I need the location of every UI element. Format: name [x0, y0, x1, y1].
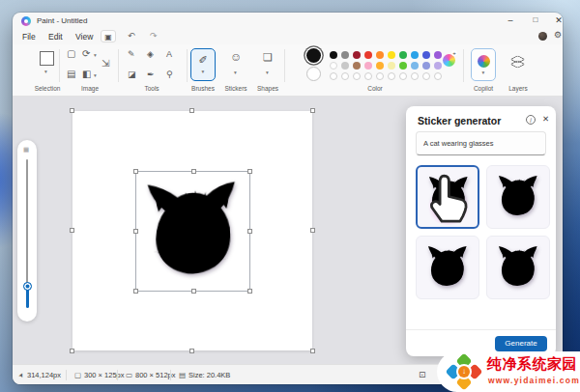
eyedropper-icon[interactable]: ✒ — [147, 70, 155, 79]
color-swatch[interactable] — [399, 62, 407, 70]
image-thumbnail-icon[interactable]: ▤ — [67, 70, 75, 79]
title-bar[interactable]: Paint - Untitled – □ ✕ — [13, 13, 563, 28]
brushes-button[interactable]: ✐ ▾ — [190, 48, 216, 81]
resize-icon[interactable]: ⇲ — [102, 59, 109, 69]
selection-handle[interactable] — [247, 169, 252, 174]
color-swatch[interactable] — [341, 51, 349, 59]
color-swatch[interactable] — [353, 51, 361, 59]
color-swatch[interactable] — [434, 62, 442, 70]
sticker-icon[interactable]: ☺ — [230, 52, 242, 62]
empty-color-slot[interactable] — [434, 72, 442, 80]
color-swatch[interactable] — [364, 62, 372, 70]
pencil-icon[interactable]: ✎ — [128, 49, 135, 59]
chevron-down-icon[interactable]: ▾ — [94, 52, 97, 58]
sticker-generator-panel: Sticker generator i ✕ Generate — [406, 106, 556, 356]
minimize-button[interactable]: – — [502, 13, 519, 28]
menu-view[interactable]: View — [72, 30, 97, 43]
color-swatch[interactable] — [411, 51, 419, 59]
rotate-icon[interactable]: ⟳ — [82, 49, 90, 59]
color-swatch[interactable] — [411, 62, 419, 70]
canvas-resize-handle[interactable] — [70, 228, 74, 233]
color-swatch[interactable] — [422, 62, 430, 70]
sticker-thumbnail-2[interactable] — [486, 165, 550, 229]
color-swatch[interactable] — [353, 62, 361, 70]
empty-color-slot[interactable] — [422, 72, 430, 80]
color-swatch[interactable] — [399, 51, 407, 59]
selection-handle[interactable] — [133, 169, 138, 174]
copilot-button[interactable]: ▾ — [471, 48, 496, 81]
info-icon[interactable]: i — [526, 115, 536, 125]
empty-color-slot[interactable] — [353, 72, 361, 80]
selection-handle[interactable] — [247, 229, 252, 234]
canvas-resize-handle[interactable] — [70, 108, 74, 113]
sticker-thumbnail-4[interactable] — [486, 236, 550, 299]
canvas-resize-handle[interactable] — [189, 108, 194, 113]
chevron-down-icon[interactable]: ▾ — [234, 70, 237, 75]
prompt-input[interactable] — [416, 131, 546, 155]
empty-color-slot[interactable] — [341, 72, 349, 80]
color-swatch[interactable] — [388, 62, 395, 70]
fit-to-screen-icon[interactable]: ⊡ — [419, 371, 426, 379]
color-swatch[interactable] — [388, 51, 395, 59]
color-swatch[interactable] — [330, 62, 337, 70]
sticker-selection-box[interactable] — [135, 171, 250, 292]
zoom-slider[interactable]: ▦ — [17, 140, 37, 322]
undo-icon[interactable]: ↶ — [128, 31, 135, 41]
selection-handle[interactable] — [247, 289, 252, 294]
flip-icon[interactable]: ◧ — [82, 70, 91, 79]
menu-file[interactable]: File — [18, 30, 40, 43]
empty-color-slot[interactable] — [364, 72, 372, 80]
empty-color-slot[interactable] — [399, 72, 407, 80]
color-swatch[interactable] — [341, 62, 349, 70]
zoom-slider-thumb[interactable] — [23, 282, 32, 291]
color-swatch[interactable] — [376, 51, 384, 59]
settings-gear-icon[interactable]: ⚙ — [554, 30, 562, 40]
save-icon[interactable]: ▣ — [101, 30, 116, 42]
drawing-canvas[interactable] — [72, 111, 312, 350]
color-swatch[interactable] — [330, 51, 337, 59]
crop-icon[interactable]: ▢ — [67, 49, 75, 59]
fill-bucket-icon[interactable]: ◈ — [147, 49, 154, 59]
color-swatch[interactable] — [364, 51, 372, 59]
account-avatar[interactable] — [538, 32, 547, 41]
chevron-down-icon[interactable]: ▾ — [94, 72, 97, 78]
redo-icon[interactable]: ↷ — [150, 31, 158, 41]
eraser-icon[interactable]: ◪ — [128, 70, 136, 79]
secondary-color-swatch[interactable] — [306, 67, 321, 81]
panel-close-icon[interactable]: ✕ — [542, 114, 549, 124]
selection-handle[interactable] — [191, 169, 196, 174]
close-button[interactable]: ✕ — [550, 13, 563, 28]
layers-icon[interactable] — [511, 54, 525, 70]
shapes-icon[interactable]: ❏ — [263, 52, 273, 62]
color-swatch[interactable] — [422, 51, 430, 59]
chevron-down-icon[interactable]: ▾ — [266, 70, 269, 75]
text-tool-icon[interactable]: A — [166, 49, 172, 59]
canvas-resize-handle[interactable] — [70, 349, 74, 353]
magnifier-icon[interactable]: ⚲ — [166, 70, 173, 79]
selection-handle[interactable] — [133, 229, 138, 234]
sticker-thumbnail-3[interactable] — [416, 236, 479, 299]
selection-handle[interactable] — [133, 289, 138, 294]
chevron-down-icon[interactable]: ▾ — [44, 69, 47, 74]
cat-sticker-on-canvas[interactable] — [136, 173, 250, 291]
menu-edit[interactable]: Edit — [44, 30, 67, 43]
empty-color-slot[interactable] — [388, 72, 395, 80]
canvas-resize-handle[interactable] — [310, 228, 315, 233]
canvas-resize-handle[interactable] — [310, 349, 315, 353]
generate-button[interactable]: Generate — [495, 336, 547, 351]
selection-handle[interactable] — [191, 289, 196, 294]
color-swatch[interactable] — [434, 51, 442, 59]
maximize-button[interactable]: □ — [527, 13, 544, 28]
selection-tool-button[interactable] — [40, 51, 54, 66]
watermark-logo: ↓ — [447, 354, 481, 389]
canvas-resize-handle[interactable] — [310, 108, 315, 113]
color-picker-wheel-icon[interactable] — [443, 54, 455, 67]
primary-color-swatch[interactable] — [306, 48, 321, 63]
selection-size-icon: ▢ — [74, 371, 81, 379]
color-swatch[interactable] — [376, 62, 384, 70]
empty-color-slot[interactable] — [411, 72, 419, 80]
empty-color-slot[interactable] — [330, 72, 337, 80]
canvas-resize-handle[interactable] — [189, 349, 194, 353]
empty-color-slot[interactable] — [376, 72, 384, 80]
sticker-thumbnail-1[interactable] — [416, 165, 479, 229]
